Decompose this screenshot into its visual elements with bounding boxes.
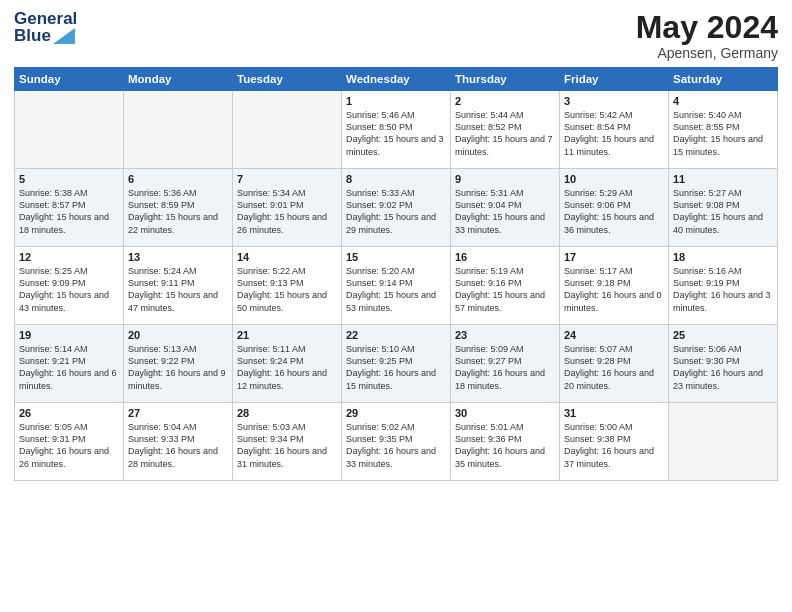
calendar-cell: 19Sunrise: 5:14 AMSunset: 9:21 PMDayligh… [15,325,124,403]
weekday-header-friday: Friday [560,68,669,91]
calendar-cell: 10Sunrise: 5:29 AMSunset: 9:06 PMDayligh… [560,169,669,247]
cell-info: Sunrise: 5:17 AMSunset: 9:18 PMDaylight:… [564,265,664,314]
calendar-cell: 2Sunrise: 5:44 AMSunset: 8:52 PMDaylight… [451,91,560,169]
calendar-table: SundayMondayTuesdayWednesdayThursdayFrid… [14,67,778,481]
calendar-cell: 18Sunrise: 5:16 AMSunset: 9:19 PMDayligh… [669,247,778,325]
calendar-cell [124,91,233,169]
calendar-cell: 27Sunrise: 5:04 AMSunset: 9:33 PMDayligh… [124,403,233,481]
day-number: 26 [19,407,119,419]
weekday-header-wednesday: Wednesday [342,68,451,91]
day-number: 31 [564,407,664,419]
day-number: 22 [346,329,446,341]
cell-info: Sunrise: 5:33 AMSunset: 9:02 PMDaylight:… [346,187,446,236]
weekday-header-monday: Monday [124,68,233,91]
weekday-header-saturday: Saturday [669,68,778,91]
week-row-1: 5Sunrise: 5:38 AMSunset: 8:57 PMDaylight… [15,169,778,247]
day-number: 17 [564,251,664,263]
cell-info: Sunrise: 5:46 AMSunset: 8:50 PMDaylight:… [346,109,446,158]
week-row-2: 12Sunrise: 5:25 AMSunset: 9:09 PMDayligh… [15,247,778,325]
cell-info: Sunrise: 5:07 AMSunset: 9:28 PMDaylight:… [564,343,664,392]
cell-info: Sunrise: 5:22 AMSunset: 9:13 PMDaylight:… [237,265,337,314]
cell-info: Sunrise: 5:19 AMSunset: 9:16 PMDaylight:… [455,265,555,314]
calendar-cell: 4Sunrise: 5:40 AMSunset: 8:55 PMDaylight… [669,91,778,169]
calendar-cell: 24Sunrise: 5:07 AMSunset: 9:28 PMDayligh… [560,325,669,403]
cell-info: Sunrise: 5:02 AMSunset: 9:35 PMDaylight:… [346,421,446,470]
day-number: 25 [673,329,773,341]
cell-info: Sunrise: 5:14 AMSunset: 9:21 PMDaylight:… [19,343,119,392]
day-number: 13 [128,251,228,263]
calendar-cell: 11Sunrise: 5:27 AMSunset: 9:08 PMDayligh… [669,169,778,247]
calendar-cell: 22Sunrise: 5:10 AMSunset: 9:25 PMDayligh… [342,325,451,403]
calendar-cell: 12Sunrise: 5:25 AMSunset: 9:09 PMDayligh… [15,247,124,325]
cell-info: Sunrise: 5:13 AMSunset: 9:22 PMDaylight:… [128,343,228,392]
month-title: May 2024 [636,10,778,45]
calendar-cell: 31Sunrise: 5:00 AMSunset: 9:38 PMDayligh… [560,403,669,481]
calendar-cell: 5Sunrise: 5:38 AMSunset: 8:57 PMDaylight… [15,169,124,247]
day-number: 24 [564,329,664,341]
day-number: 15 [346,251,446,263]
day-number: 19 [19,329,119,341]
calendar-cell: 13Sunrise: 5:24 AMSunset: 9:11 PMDayligh… [124,247,233,325]
cell-info: Sunrise: 5:10 AMSunset: 9:25 PMDaylight:… [346,343,446,392]
day-number: 29 [346,407,446,419]
logo-text-general: General [14,10,77,27]
cell-info: Sunrise: 5:09 AMSunset: 9:27 PMDaylight:… [455,343,555,392]
week-row-0: 1Sunrise: 5:46 AMSunset: 8:50 PMDaylight… [15,91,778,169]
calendar-cell: 26Sunrise: 5:05 AMSunset: 9:31 PMDayligh… [15,403,124,481]
calendar-cell: 20Sunrise: 5:13 AMSunset: 9:22 PMDayligh… [124,325,233,403]
calendar-cell [669,403,778,481]
day-number: 1 [346,95,446,107]
cell-info: Sunrise: 5:00 AMSunset: 9:38 PMDaylight:… [564,421,664,470]
calendar-cell: 23Sunrise: 5:09 AMSunset: 9:27 PMDayligh… [451,325,560,403]
calendar-cell: 15Sunrise: 5:20 AMSunset: 9:14 PMDayligh… [342,247,451,325]
calendar-cell: 29Sunrise: 5:02 AMSunset: 9:35 PMDayligh… [342,403,451,481]
calendar-cell: 16Sunrise: 5:19 AMSunset: 9:16 PMDayligh… [451,247,560,325]
day-number: 8 [346,173,446,185]
svg-marker-0 [53,28,75,44]
logo-icon [53,28,75,44]
day-number: 3 [564,95,664,107]
day-number: 20 [128,329,228,341]
cell-info: Sunrise: 5:05 AMSunset: 9:31 PMDaylight:… [19,421,119,470]
week-row-4: 26Sunrise: 5:05 AMSunset: 9:31 PMDayligh… [15,403,778,481]
calendar-cell [15,91,124,169]
cell-info: Sunrise: 5:25 AMSunset: 9:09 PMDaylight:… [19,265,119,314]
weekday-header-row: SundayMondayTuesdayWednesdayThursdayFrid… [15,68,778,91]
calendar-cell: 17Sunrise: 5:17 AMSunset: 9:18 PMDayligh… [560,247,669,325]
day-number: 4 [673,95,773,107]
calendar-cell: 30Sunrise: 5:01 AMSunset: 9:36 PMDayligh… [451,403,560,481]
day-number: 30 [455,407,555,419]
cell-info: Sunrise: 5:03 AMSunset: 9:34 PMDaylight:… [237,421,337,470]
day-number: 18 [673,251,773,263]
calendar-cell [233,91,342,169]
cell-info: Sunrise: 5:06 AMSunset: 9:30 PMDaylight:… [673,343,773,392]
day-number: 5 [19,173,119,185]
cell-info: Sunrise: 5:01 AMSunset: 9:36 PMDaylight:… [455,421,555,470]
cell-info: Sunrise: 5:31 AMSunset: 9:04 PMDaylight:… [455,187,555,236]
cell-info: Sunrise: 5:04 AMSunset: 9:33 PMDaylight:… [128,421,228,470]
header: General Blue May 2024 Apensen, Germany [14,10,778,61]
weekday-header-tuesday: Tuesday [233,68,342,91]
calendar-cell: 8Sunrise: 5:33 AMSunset: 9:02 PMDaylight… [342,169,451,247]
weekday-header-thursday: Thursday [451,68,560,91]
day-number: 28 [237,407,337,419]
day-number: 7 [237,173,337,185]
day-number: 10 [564,173,664,185]
day-number: 9 [455,173,555,185]
page-container: General Blue May 2024 Apensen, Germany S… [0,0,792,489]
calendar-cell: 9Sunrise: 5:31 AMSunset: 9:04 PMDaylight… [451,169,560,247]
day-number: 6 [128,173,228,185]
day-number: 14 [237,251,337,263]
calendar-cell: 6Sunrise: 5:36 AMSunset: 8:59 PMDaylight… [124,169,233,247]
calendar-cell: 7Sunrise: 5:34 AMSunset: 9:01 PMDaylight… [233,169,342,247]
cell-info: Sunrise: 5:40 AMSunset: 8:55 PMDaylight:… [673,109,773,158]
day-number: 11 [673,173,773,185]
weekday-header-sunday: Sunday [15,68,124,91]
cell-info: Sunrise: 5:38 AMSunset: 8:57 PMDaylight:… [19,187,119,236]
logo: General Blue [14,10,77,44]
cell-info: Sunrise: 5:27 AMSunset: 9:08 PMDaylight:… [673,187,773,236]
day-number: 12 [19,251,119,263]
week-row-3: 19Sunrise: 5:14 AMSunset: 9:21 PMDayligh… [15,325,778,403]
cell-info: Sunrise: 5:16 AMSunset: 9:19 PMDaylight:… [673,265,773,314]
calendar-cell: 28Sunrise: 5:03 AMSunset: 9:34 PMDayligh… [233,403,342,481]
